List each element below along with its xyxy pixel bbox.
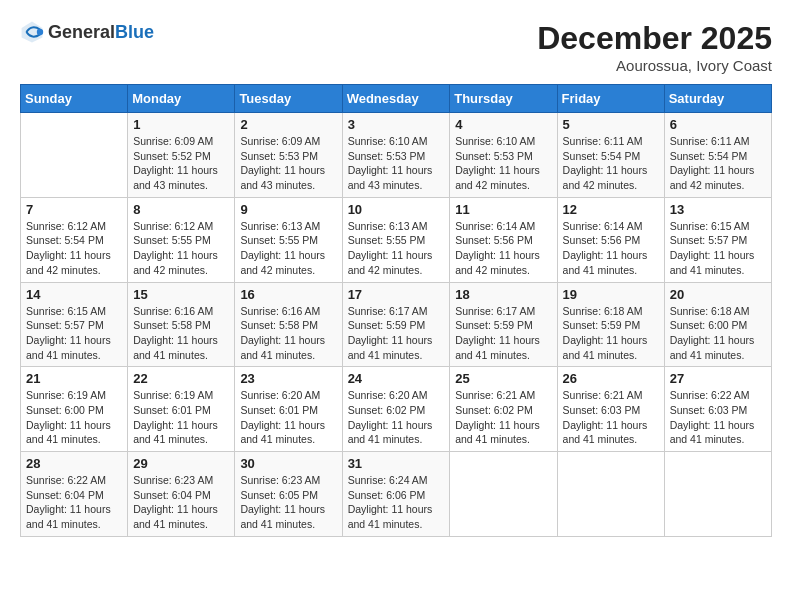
- day-info: Sunrise: 6:14 AM Sunset: 5:56 PM Dayligh…: [455, 219, 551, 278]
- day-number: 31: [348, 456, 445, 471]
- calendar-week-row: 7Sunrise: 6:12 AM Sunset: 5:54 PM Daylig…: [21, 197, 772, 282]
- day-number: 16: [240, 287, 336, 302]
- calendar-cell: 20Sunrise: 6:18 AM Sunset: 6:00 PM Dayli…: [664, 282, 771, 367]
- calendar-cell: 21Sunrise: 6:19 AM Sunset: 6:00 PM Dayli…: [21, 367, 128, 452]
- day-number: 23: [240, 371, 336, 386]
- day-number: 26: [563, 371, 659, 386]
- day-info: Sunrise: 6:21 AM Sunset: 6:02 PM Dayligh…: [455, 388, 551, 447]
- day-number: 18: [455, 287, 551, 302]
- day-info: Sunrise: 6:10 AM Sunset: 5:53 PM Dayligh…: [348, 134, 445, 193]
- calendar-cell: [664, 452, 771, 537]
- day-info: Sunrise: 6:16 AM Sunset: 5:58 PM Dayligh…: [240, 304, 336, 363]
- page-header: GeneralBlue December 2025 Aourossua, Ivo…: [20, 20, 772, 74]
- calendar-day-header: Friday: [557, 85, 664, 113]
- day-number: 3: [348, 117, 445, 132]
- day-number: 28: [26, 456, 122, 471]
- day-number: 27: [670, 371, 766, 386]
- day-number: 29: [133, 456, 229, 471]
- day-number: 24: [348, 371, 445, 386]
- calendar-cell: 22Sunrise: 6:19 AM Sunset: 6:01 PM Dayli…: [128, 367, 235, 452]
- calendar-cell: 6Sunrise: 6:11 AM Sunset: 5:54 PM Daylig…: [664, 113, 771, 198]
- day-number: 20: [670, 287, 766, 302]
- day-info: Sunrise: 6:17 AM Sunset: 5:59 PM Dayligh…: [455, 304, 551, 363]
- day-number: 10: [348, 202, 445, 217]
- calendar-cell: 3Sunrise: 6:10 AM Sunset: 5:53 PM Daylig…: [342, 113, 450, 198]
- day-info: Sunrise: 6:22 AM Sunset: 6:03 PM Dayligh…: [670, 388, 766, 447]
- day-info: Sunrise: 6:20 AM Sunset: 6:01 PM Dayligh…: [240, 388, 336, 447]
- day-info: Sunrise: 6:11 AM Sunset: 5:54 PM Dayligh…: [670, 134, 766, 193]
- day-number: 14: [26, 287, 122, 302]
- calendar-cell: 14Sunrise: 6:15 AM Sunset: 5:57 PM Dayli…: [21, 282, 128, 367]
- calendar-cell: 15Sunrise: 6:16 AM Sunset: 5:58 PM Dayli…: [128, 282, 235, 367]
- day-number: 8: [133, 202, 229, 217]
- calendar-cell: [450, 452, 557, 537]
- day-number: 17: [348, 287, 445, 302]
- logo: GeneralBlue: [20, 20, 154, 44]
- day-info: Sunrise: 6:16 AM Sunset: 5:58 PM Dayligh…: [133, 304, 229, 363]
- day-info: Sunrise: 6:15 AM Sunset: 5:57 PM Dayligh…: [26, 304, 122, 363]
- calendar-cell: 4Sunrise: 6:10 AM Sunset: 5:53 PM Daylig…: [450, 113, 557, 198]
- day-info: Sunrise: 6:23 AM Sunset: 6:05 PM Dayligh…: [240, 473, 336, 532]
- day-info: Sunrise: 6:12 AM Sunset: 5:55 PM Dayligh…: [133, 219, 229, 278]
- day-info: Sunrise: 6:13 AM Sunset: 5:55 PM Dayligh…: [240, 219, 336, 278]
- calendar-cell: 11Sunrise: 6:14 AM Sunset: 5:56 PM Dayli…: [450, 197, 557, 282]
- calendar-cell: 31Sunrise: 6:24 AM Sunset: 6:06 PM Dayli…: [342, 452, 450, 537]
- calendar-cell: 2Sunrise: 6:09 AM Sunset: 5:53 PM Daylig…: [235, 113, 342, 198]
- calendar-cell: 16Sunrise: 6:16 AM Sunset: 5:58 PM Dayli…: [235, 282, 342, 367]
- day-number: 22: [133, 371, 229, 386]
- calendar-cell: 30Sunrise: 6:23 AM Sunset: 6:05 PM Dayli…: [235, 452, 342, 537]
- day-number: 1: [133, 117, 229, 132]
- day-number: 15: [133, 287, 229, 302]
- day-info: Sunrise: 6:09 AM Sunset: 5:53 PM Dayligh…: [240, 134, 336, 193]
- calendar-table: SundayMondayTuesdayWednesdayThursdayFrid…: [20, 84, 772, 537]
- day-info: Sunrise: 6:15 AM Sunset: 5:57 PM Dayligh…: [670, 219, 766, 278]
- day-info: Sunrise: 6:21 AM Sunset: 6:03 PM Dayligh…: [563, 388, 659, 447]
- calendar-week-row: 21Sunrise: 6:19 AM Sunset: 6:00 PM Dayli…: [21, 367, 772, 452]
- day-number: 6: [670, 117, 766, 132]
- day-number: 13: [670, 202, 766, 217]
- day-number: 19: [563, 287, 659, 302]
- day-info: Sunrise: 6:22 AM Sunset: 6:04 PM Dayligh…: [26, 473, 122, 532]
- day-number: 2: [240, 117, 336, 132]
- day-info: Sunrise: 6:20 AM Sunset: 6:02 PM Dayligh…: [348, 388, 445, 447]
- calendar-cell: 8Sunrise: 6:12 AM Sunset: 5:55 PM Daylig…: [128, 197, 235, 282]
- calendar-cell: 28Sunrise: 6:22 AM Sunset: 6:04 PM Dayli…: [21, 452, 128, 537]
- day-number: 12: [563, 202, 659, 217]
- calendar-cell: 17Sunrise: 6:17 AM Sunset: 5:59 PM Dayli…: [342, 282, 450, 367]
- day-info: Sunrise: 6:18 AM Sunset: 6:00 PM Dayligh…: [670, 304, 766, 363]
- logo-text-area: GeneralBlue: [48, 22, 154, 43]
- calendar-cell: 19Sunrise: 6:18 AM Sunset: 5:59 PM Dayli…: [557, 282, 664, 367]
- logo-blue-text: Blue: [115, 22, 154, 42]
- calendar-day-header: Tuesday: [235, 85, 342, 113]
- day-info: Sunrise: 6:11 AM Sunset: 5:54 PM Dayligh…: [563, 134, 659, 193]
- calendar-day-header: Sunday: [21, 85, 128, 113]
- day-number: 11: [455, 202, 551, 217]
- day-info: Sunrise: 6:23 AM Sunset: 6:04 PM Dayligh…: [133, 473, 229, 532]
- day-number: 25: [455, 371, 551, 386]
- logo-icon: [20, 20, 44, 44]
- calendar-day-header: Thursday: [450, 85, 557, 113]
- calendar-cell: 5Sunrise: 6:11 AM Sunset: 5:54 PM Daylig…: [557, 113, 664, 198]
- calendar-cell: 27Sunrise: 6:22 AM Sunset: 6:03 PM Dayli…: [664, 367, 771, 452]
- day-info: Sunrise: 6:09 AM Sunset: 5:52 PM Dayligh…: [133, 134, 229, 193]
- svg-point-1: [37, 29, 43, 35]
- day-info: Sunrise: 6:19 AM Sunset: 6:01 PM Dayligh…: [133, 388, 229, 447]
- day-info: Sunrise: 6:17 AM Sunset: 5:59 PM Dayligh…: [348, 304, 445, 363]
- calendar-cell: 13Sunrise: 6:15 AM Sunset: 5:57 PM Dayli…: [664, 197, 771, 282]
- day-info: Sunrise: 6:14 AM Sunset: 5:56 PM Dayligh…: [563, 219, 659, 278]
- calendar-cell: 26Sunrise: 6:21 AM Sunset: 6:03 PM Dayli…: [557, 367, 664, 452]
- calendar-week-row: 28Sunrise: 6:22 AM Sunset: 6:04 PM Dayli…: [21, 452, 772, 537]
- day-info: Sunrise: 6:10 AM Sunset: 5:53 PM Dayligh…: [455, 134, 551, 193]
- day-number: 7: [26, 202, 122, 217]
- calendar-cell: 25Sunrise: 6:21 AM Sunset: 6:02 PM Dayli…: [450, 367, 557, 452]
- day-number: 9: [240, 202, 336, 217]
- day-info: Sunrise: 6:13 AM Sunset: 5:55 PM Dayligh…: [348, 219, 445, 278]
- day-number: 5: [563, 117, 659, 132]
- calendar-cell: 9Sunrise: 6:13 AM Sunset: 5:55 PM Daylig…: [235, 197, 342, 282]
- day-info: Sunrise: 6:19 AM Sunset: 6:00 PM Dayligh…: [26, 388, 122, 447]
- calendar-cell: [557, 452, 664, 537]
- calendar-day-header: Monday: [128, 85, 235, 113]
- title-area: December 2025 Aourossua, Ivory Coast: [537, 20, 772, 74]
- calendar-cell: 18Sunrise: 6:17 AM Sunset: 5:59 PM Dayli…: [450, 282, 557, 367]
- day-number: 21: [26, 371, 122, 386]
